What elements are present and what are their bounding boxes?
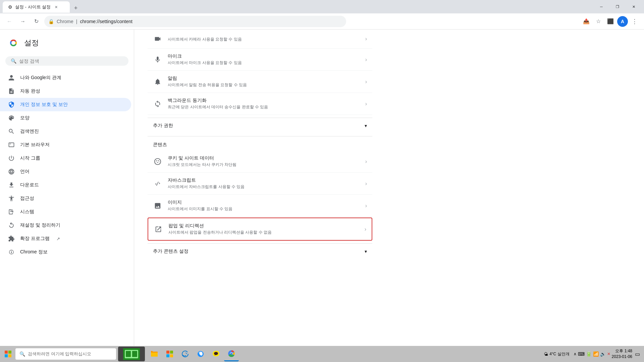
battery-icon[interactable]: 🔋: [586, 351, 592, 357]
wifi-icon[interactable]: 📶: [593, 351, 599, 357]
cookies-text: 쿠키 및 사이트 데이터 시크릿 모드에서는 타사 쿠키가 차단됨: [168, 155, 360, 168]
back-button[interactable]: ←: [4, 16, 15, 27]
minimize-button[interactable]: ─: [594, 1, 609, 12]
temperature-text: 4°C 실안개: [549, 351, 569, 357]
weather-icon[interactable]: 🌤: [544, 352, 548, 357]
menu-button[interactable]: ⋮: [629, 16, 640, 27]
permission-row-bgsync[interactable]: 백그라운드 동기화 최근에 닫은 사이트에서 데이터 송수신을 완료할 수 있음…: [148, 93, 372, 115]
popup-text: 팝업 및 리디렉션 사이트에서 팝업을 전송하거나 리디렉션을 사용할 수 없음: [168, 223, 359, 235]
cast-button[interactable]: 📤: [581, 16, 592, 27]
chrome-logo: [8, 38, 19, 48]
taskbar-apps: [147, 347, 239, 361]
sidebar-item-privacy[interactable]: 개인 정보 보호 및 보안: [0, 98, 131, 111]
profile-button[interactable]: A: [617, 16, 628, 27]
additional-permissions-toggle-icon: ▾: [365, 123, 367, 128]
extensions-icon: [8, 235, 15, 242]
permission-row-popup[interactable]: 팝업 및 리디렉션 사이트에서 팝업을 전송하거나 리디렉션을 사용할 수 없음…: [148, 218, 372, 241]
sidebar-label-accessibility: 접근성: [20, 195, 34, 201]
volume-icon[interactable]: 🔊: [600, 351, 606, 357]
sidebar-search[interactable]: 🔍: [5, 56, 128, 66]
sidebar-item-language[interactable]: 언어: [0, 165, 131, 178]
bgsync-text: 백그라운드 동기화 최근에 닫은 사이트에서 데이터 송수신을 완료할 수 있음: [168, 98, 360, 110]
svg-point-30: [230, 353, 232, 355]
notifications-arrow-icon: ›: [365, 79, 367, 85]
start-button[interactable]: [1, 347, 15, 361]
sidebar-label-reset: 재설정 및 정리하기: [20, 222, 60, 228]
tray-expand[interactable]: ∧: [574, 352, 577, 356]
close-button[interactable]: ✕: [626, 1, 641, 12]
sidebar-item-system[interactable]: 시스템: [0, 205, 131, 219]
sidebar-item-downloads[interactable]: 다운로드: [0, 178, 131, 192]
javascript-arrow-icon: ›: [365, 181, 367, 187]
additional-permissions-header[interactable]: 추가 권한 ▾: [148, 118, 372, 133]
url-bar[interactable]: 🔒 Chrome | chrome://settings/content: [44, 16, 346, 27]
restore-button[interactable]: ❐: [610, 1, 625, 12]
search-input[interactable]: [19, 58, 123, 64]
sidebar-label-about: Chrome 정보: [20, 249, 48, 255]
sidebar-item-search[interactable]: 검색엔진: [0, 125, 131, 138]
tab-title: 설정 - 사이트 설정: [15, 4, 51, 10]
taskbar-search[interactable]: 🔍 검색하려면 여기에 입력하십시오: [15, 348, 116, 360]
content-area: 사이트에서 카메라 사용을 요청할 수 있음 › 마이크 사이트에서 마이크 사…: [134, 29, 644, 346]
permission-row-javascript[interactable]: 자바스크립트 사이트에서 자바스크립트를 사용할 수 있음 ›: [148, 173, 372, 195]
taskbar-app-chrome[interactable]: [224, 347, 239, 361]
clock-date: 2023-01-06: [612, 354, 632, 360]
permission-row-notifications[interactable]: 알림 사이트에서 알림 전송 허용을 요청할 수 있음 ›: [148, 71, 372, 93]
reload-button[interactable]: ↻: [31, 16, 42, 27]
extension-area[interactable]: ⬛: [605, 16, 616, 27]
svg-rect-6: [11, 252, 12, 253]
sidebar-item-account[interactable]: 나와 Google의 관계: [0, 71, 131, 84]
javascript-icon: [153, 179, 162, 188]
show-desktop-button[interactable]: ▭: [635, 351, 640, 357]
permission-row-images[interactable]: 이미지 사이트에서 이미지를 표시할 수 있음 ›: [148, 195, 372, 217]
sidebar: 설정 🔍 나와 Google의 관계 자동 완성 개인 정보 보호 및 보안: [0, 29, 134, 346]
permission-row-cookies[interactable]: 쿠키 및 사이트 데이터 시크릿 모드에서는 타사 쿠키가 차단됨 ›: [148, 150, 372, 173]
additional-permissions-section: 추가 권한 ▾: [148, 118, 372, 133]
svg-rect-13: [5, 351, 8, 354]
language-icon: [8, 168, 15, 175]
reset-icon: [8, 222, 15, 229]
sidebar-item-about[interactable]: Chrome 정보: [0, 245, 131, 259]
permission-row-camera[interactable]: 사이트에서 카메라 사용을 요청할 수 있음 ›: [148, 29, 372, 49]
svg-rect-16: [8, 354, 11, 357]
tab-favicon: ⚙: [8, 4, 12, 10]
sidebar-label-privacy: 개인 정보 보호 및 보안: [20, 102, 68, 108]
additional-content-toggle-icon: ▾: [365, 249, 367, 254]
new-tab-button[interactable]: +: [71, 3, 80, 13]
active-tab[interactable]: ⚙ 설정 - 사이트 설정 ✕: [3, 1, 70, 13]
sidebar-label-language: 언어: [20, 169, 30, 175]
images-text: 이미지 사이트에서 이미지를 표시할 수 있음: [168, 199, 360, 212]
taskbar-app-edge2[interactable]: [193, 347, 208, 361]
sidebar-item-extensions[interactable]: 확장 프로그램 ↗: [0, 232, 131, 245]
permission-row-mic[interactable]: 마이크 사이트에서 마이크 사용을 요청할 수 있음 ›: [148, 49, 372, 71]
address-actions: 📤 ☆ ⬛ A ⋮: [581, 16, 640, 27]
svg-point-12: [159, 162, 160, 162]
sidebar-item-accessibility[interactable]: 접근성: [0, 192, 131, 205]
sidebar-item-startup[interactable]: 시작 그룹: [0, 152, 131, 165]
forward-button[interactable]: →: [17, 16, 28, 27]
bookmark-button[interactable]: ☆: [593, 16, 604, 27]
additional-content-header[interactable]: 추가 콘텐츠 설정 ▾: [148, 244, 372, 259]
sidebar-item-appearance[interactable]: 모양: [0, 111, 131, 125]
svg-rect-21: [151, 352, 158, 357]
svg-rect-14: [8, 351, 11, 354]
taskbar-app-kakao[interactable]: [209, 347, 223, 361]
url-separator: |: [76, 19, 77, 24]
secure-icon: 🔒: [48, 19, 54, 24]
close-notification-icon[interactable]: ✕: [607, 352, 610, 356]
taskbar-app-explorer[interactable]: [147, 347, 162, 361]
taskbar-app-store[interactable]: [162, 347, 177, 361]
popup-icon: [154, 225, 163, 234]
clock-time: 오후 1:48: [612, 348, 632, 354]
taskbar-app-edge[interactable]: [178, 347, 193, 361]
keyboard-icon[interactable]: ⌨: [578, 351, 585, 357]
sidebar-item-browser[interactable]: 기본 브라우저: [0, 138, 131, 152]
sidebar-item-reset[interactable]: 재설정 및 정리하기: [0, 219, 131, 232]
sidebar-item-autocomplete[interactable]: 자동 완성: [0, 84, 131, 98]
taskbar-clock[interactable]: 오후 1:48 2023-01-06: [612, 348, 632, 360]
browser-icon: [8, 141, 15, 148]
additional-content-title: 추가 콘텐츠 설정: [153, 248, 189, 254]
tab-close-button[interactable]: ✕: [53, 4, 59, 10]
cookies-arrow-icon: ›: [365, 159, 367, 165]
svg-point-8: [156, 160, 157, 161]
